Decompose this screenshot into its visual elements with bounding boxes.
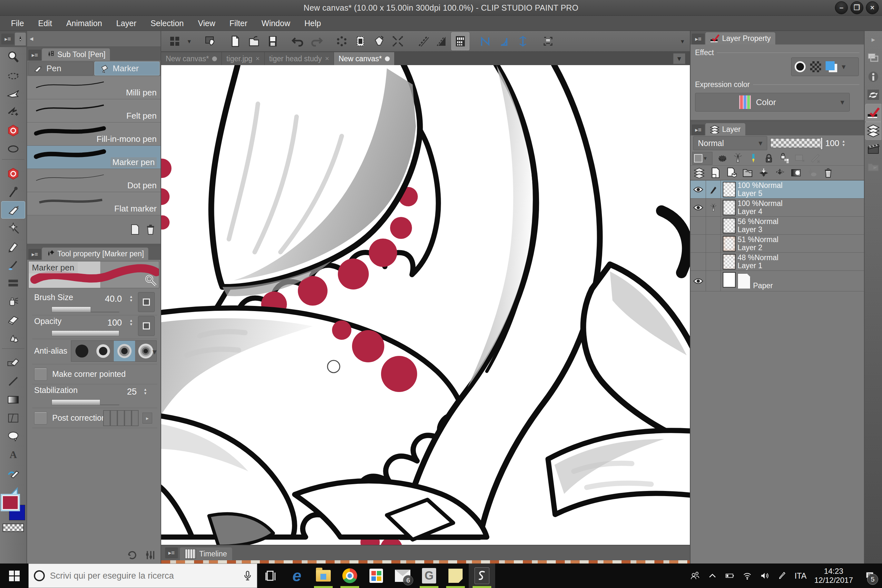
snap-vanish-icon[interactable] <box>495 32 513 50</box>
eraser-tool-icon[interactable] <box>0 310 27 329</box>
transform-icon[interactable] <box>389 32 407 50</box>
menu-file[interactable]: File <box>4 16 31 31</box>
blend-tool-icon[interactable] <box>0 329 27 347</box>
mail-icon[interactable]: 6 <box>389 564 416 588</box>
new-folder-icon[interactable] <box>742 167 753 178</box>
line-tool-icon[interactable] <box>0 372 27 390</box>
layer-hidden-eye-slot[interactable] <box>690 217 706 234</box>
layer-combo-icon[interactable]: ▾ <box>693 152 712 165</box>
workspace-grid-icon[interactable] <box>166 32 184 50</box>
draft-layer-icon[interactable] <box>810 153 821 164</box>
layer-color-effect-icon[interactable] <box>826 61 837 72</box>
brush-size-slider[interactable] <box>52 307 119 312</box>
snap-to-special-ruler-icon[interactable] <box>433 32 451 50</box>
people-icon[interactable] <box>690 571 700 580</box>
task-view-button[interactable] <box>257 564 284 588</box>
workspace-dropdown-icon[interactable]: ▾ <box>184 32 194 50</box>
document-tab[interactable]: tiger.jpg × <box>222 52 264 65</box>
timeline-content-sliver[interactable] <box>161 560 690 564</box>
opacity-dynamics-button[interactable] <box>138 316 155 336</box>
layer-row-layer4[interactable]: 100 %Normal Layer 4 <box>690 199 864 217</box>
deselect-icon[interactable] <box>333 32 351 50</box>
collapse-left-icon[interactable]: ◂ <box>30 34 33 43</box>
undo-icon[interactable] <box>289 32 307 50</box>
anti-aliasing-weak-icon[interactable] <box>93 341 114 362</box>
layer-row-layer1[interactable]: 48 %Normal Layer 1 <box>690 253 864 271</box>
lock-layer-icon[interactable] <box>764 153 774 164</box>
layer-dock-icon[interactable] <box>865 122 881 140</box>
information-icon[interactable] <box>865 68 881 86</box>
balloon-tool-icon[interactable] <box>0 427 27 446</box>
draw-on-layer-icon[interactable] <box>748 153 759 164</box>
redo-icon[interactable] <box>308 32 326 50</box>
menu-filter[interactable]: Filter <box>222 16 255 31</box>
opacity-value[interactable]: 100 <box>107 318 122 328</box>
snap-to-ruler-icon[interactable] <box>414 32 432 50</box>
layer-opacity-slider[interactable] <box>771 138 822 148</box>
stabilization-stepper[interactable]: ▴▾ <box>144 387 146 395</box>
tool-property-menu-icon[interactable]: ▸≡ <box>28 249 41 260</box>
timeline-menu-icon[interactable]: ▸≡ <box>165 548 178 558</box>
wrench-icon[interactable] <box>145 274 158 287</box>
correct-line-tool-icon[interactable] <box>0 464 27 482</box>
restore-button[interactable]: ❐ <box>850 1 863 14</box>
decoration-tool-icon[interactable] <box>0 219 27 237</box>
search-input[interactable] <box>50 571 238 581</box>
sub-tool-tab-marker[interactable]: Marker <box>94 62 160 75</box>
lock-transparent-pixels-icon[interactable] <box>779 153 790 164</box>
set-as-reference-icon[interactable] <box>794 153 805 164</box>
opacity-stepper[interactable]: ▴▾ <box>130 318 132 326</box>
brush-size-dynamics-button[interactable] <box>138 292 155 312</box>
menu-selection[interactable]: Selection <box>144 16 191 31</box>
anti-aliasing-middle-icon[interactable] <box>114 341 135 362</box>
tab-close-icon[interactable]: × <box>256 54 260 63</box>
file-explorer-icon[interactable] <box>310 564 336 588</box>
sub-tool-item-fill-in-mono-pen[interactable]: Fill-in-mono pen <box>27 123 160 146</box>
toolbar-overflow-icon[interactable]: ▾ <box>678 32 687 50</box>
layer-hidden-eye-slot[interactable] <box>690 253 706 270</box>
microsoft-store-icon[interactable] <box>363 564 389 588</box>
canvas-windows-icon[interactable] <box>865 50 881 68</box>
sticky-notes-icon[interactable] <box>442 564 469 588</box>
hidden-icons-chevron-icon[interactable] <box>708 571 717 580</box>
action-center-button[interactable]: 5 <box>861 564 879 588</box>
layer-row-layer5[interactable]: 100 %Normal Layer 5 <box>690 180 864 199</box>
canvas[interactable] <box>161 65 690 545</box>
layer-panel-tab[interactable]: Layer <box>705 123 746 135</box>
reset-tool-icon[interactable] <box>126 549 138 561</box>
clip-studio-paint-icon[interactable] <box>469 564 495 588</box>
sub-tool-tab-pen[interactable]: Pen <box>28 62 93 75</box>
layer-property-dock-icon[interactable] <box>865 104 881 122</box>
border-effect-icon[interactable] <box>795 61 806 72</box>
document-tab[interactable]: tiger head study × <box>265 52 334 65</box>
microphone-icon[interactable] <box>243 571 252 581</box>
close-button[interactable]: × <box>866 1 879 14</box>
layer-row-layer3[interactable]: 56 %Normal Layer 3 <box>690 217 864 235</box>
auto-select-tool-icon[interactable] <box>0 140 27 158</box>
clock[interactable]: 14:23 12/12/2017 <box>814 567 853 585</box>
sub-tool-item-dot-pen[interactable]: Dot pen <box>27 169 160 192</box>
start-button[interactable] <box>0 564 28 588</box>
merge-down-icon[interactable] <box>758 167 769 178</box>
layer-thumbnail[interactable] <box>723 236 736 252</box>
timeline-dock-icon[interactable] <box>865 140 881 158</box>
chrome-icon[interactable] <box>336 564 363 588</box>
transfer-down-icon[interactable] <box>774 167 785 178</box>
delete-sub-tool-icon[interactable] <box>146 224 155 235</box>
blend-mode-dropdown[interactable]: Normal ▾ <box>693 136 767 150</box>
layer-hidden-eye-slot[interactable] <box>690 235 706 252</box>
sub-tool-item-marker-pen[interactable]: Marker pen <box>27 146 160 169</box>
volume-icon[interactable] <box>760 571 770 580</box>
layer-mask-icon[interactable] <box>732 153 743 164</box>
tab-close-icon[interactable]: × <box>325 54 329 63</box>
fill-tool-icon[interactable] <box>0 354 27 372</box>
sync-icon[interactable] <box>865 86 881 104</box>
new-vector-layer-icon[interactable] <box>726 167 737 178</box>
layer-visible-eye-icon[interactable] <box>690 180 706 198</box>
layer-panel-menu-icon[interactable]: ▸≡ <box>692 124 705 135</box>
tool-panel-menu-icon[interactable]: ▸≡ <box>1 33 14 45</box>
expand-right-icon[interactable]: ▸ <box>872 36 875 44</box>
post-correction-checkbox[interactable] <box>34 412 47 424</box>
layer-thumbnail[interactable] <box>723 218 736 233</box>
change-palette-icon[interactable] <box>694 167 705 178</box>
